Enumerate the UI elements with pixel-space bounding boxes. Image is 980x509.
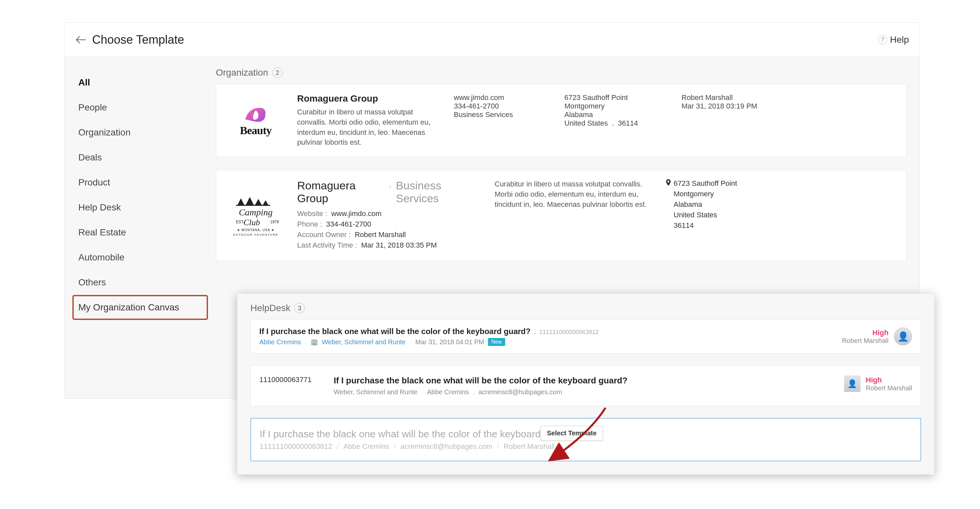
t3-email: acreminsc8@hubpages.com [401,442,492,451]
svg-text:★ MONTANA, USA ★: ★ MONTANA, USA ★ [237,228,274,232]
card1-addr-state: Alabama [564,111,670,119]
app-root: Choose Template ? Help All People Organi… [0,0,980,509]
card1-desc: Curabitur in libero ut massa volutpat co… [297,107,442,147]
camping-club-logo-icon: Camping EST. Club 1978 ★ MONTANA, USA ★ … [229,192,282,238]
t2-id: 1110000063771 [259,376,322,384]
sidebar: All People Organization Deals Product He… [65,57,216,333]
organization-count-badge: 2 [272,67,283,78]
svg-text:1978: 1978 [270,220,279,224]
t1-id: 111111000000063812 [539,329,598,336]
card2-sub: Business Services [396,179,482,205]
sidebar-item-my-organization-canvas[interactable]: My Organization Canvas [72,295,208,320]
t1-contact-link[interactable]: Abbe Cremins [259,338,301,346]
panel-header: Choose Template ? Help [65,23,920,57]
pin-icon [666,179,671,188]
main-content: Organization 2 Beauty [216,57,920,333]
sidebar-item-organization[interactable]: Organization [72,120,208,145]
card2-logo: Camping EST. Club 1978 ★ MONTANA, USA ★ … [226,179,285,252]
select-template-button[interactable]: Select Template [541,426,603,441]
t1-avatar: 👤 [894,327,912,346]
t2-account: Weber, Schimmel and Runte [334,388,417,396]
card1-addr-city: Montgomery [564,102,670,111]
template-card-1[interactable]: Beauty Romaguera Group Curabitur in libe… [216,84,906,157]
template-card-2[interactable]: Camping EST. Club 1978 ★ MONTANA, USA ★ … [216,170,906,261]
svg-text:Club: Club [243,218,260,227]
card1-date: Mar 31, 2018 03:19 PM [681,102,774,111]
helpdesk-overlay: HelpDesk 3 If I purchase the black one w… [237,293,935,475]
ticket-1[interactable]: If I purchase the black one what will be… [250,319,921,354]
t3-owner: Robert Marshall [503,442,555,451]
sidebar-item-helpdesk[interactable]: Help Desk [72,195,208,220]
card2-name: Romaguera Group [297,179,384,205]
t1-date: Mar 31, 2018 04:01 PM [415,338,484,346]
beauty-swoosh-icon [243,105,269,124]
t3-id: 111111000000063812 [259,442,332,451]
sidebar-item-deals[interactable]: Deals [72,145,208,170]
svg-text:EST.: EST. [236,220,244,224]
back-arrow-icon[interactable] [75,34,87,46]
building-icon: 🏢 [311,338,318,346]
svg-text:Camping: Camping [239,207,273,217]
ticket-3-selected[interactable]: If I purchase the black one what will be… [250,418,921,461]
sidebar-item-all[interactable]: All [72,70,208,95]
sidebar-item-product[interactable]: Product [72,170,208,195]
sidebar-item-realestate[interactable]: Real Estate [72,220,208,245]
card1-name: Romaguera Group [297,94,442,104]
svg-rect-0 [236,205,270,206]
panel-title: Choose Template [92,33,184,47]
t1-owner: Robert Marshall [842,337,889,345]
card1-logo-text: Beauty [240,124,272,137]
t2-contact: Abbe Cremins [427,388,469,396]
card1-site: www.jimdo.com [454,94,552,102]
help-link[interactable]: ? Help [878,35,909,45]
card1-addr-street: 6723 Sauthoff Point [564,94,670,102]
card1-phone: 334-461-2700 [454,102,552,111]
ticket-2[interactable]: 1110000063771 If I purchase the black on… [250,365,921,406]
organization-label: Organization [216,67,268,78]
t1-priority: High [842,328,889,337]
help-label: Help [890,35,909,45]
t2-title: If I purchase the black one what will be… [334,376,832,386]
helpdesk-count-badge: 3 [294,303,305,313]
t1-account-link[interactable]: Weber, Schimmel and Runte [322,338,406,346]
svg-text:OUTDOOR ADVENTURE: OUTDOOR ADVENTURE [233,233,278,236]
t1-new-badge: New [488,338,505,346]
t2-email: acreminsc8@hubpages.com [479,388,562,396]
t2-avatar: 👤 [844,376,861,392]
t2-priority: High [866,376,912,384]
sidebar-item-automobile[interactable]: Automobile [72,245,208,270]
helpdesk-label: HelpDesk [250,303,290,313]
card2-desc: Curabitur in libero ut massa volutpat co… [495,179,652,209]
card1-addr-country-zip: United States . 36114 [564,119,670,128]
t3-contact: Abbe Cremins [343,442,389,451]
card1-owner: Robert Marshall [681,94,774,102]
t1-title: If I purchase the black one what will be… [259,327,530,336]
sidebar-item-people[interactable]: People [72,95,208,120]
helpdesk-section-label: HelpDesk 3 [250,303,921,313]
sidebar-item-others[interactable]: Others [72,270,208,295]
organization-section-label: Organization 2 [216,67,906,78]
help-icon: ? [878,35,887,44]
t2-owner: Robert Marshall [866,384,912,392]
card1-industry: Business Services [454,111,552,119]
card1-logo: Beauty [226,94,285,147]
